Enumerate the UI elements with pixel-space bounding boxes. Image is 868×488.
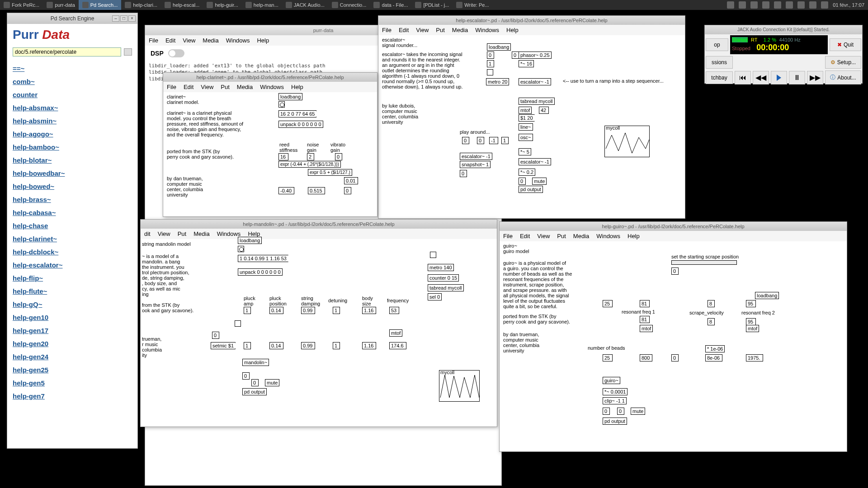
close-button[interactable]: × [128, 15, 136, 22]
pause-button[interactable]: ⏸ [789, 71, 805, 84]
menu-item[interactable]: Windows [475, 27, 499, 33]
menu-item[interactable]: File [382, 27, 392, 33]
mute-obj[interactable]: mute [631, 408, 645, 415]
result-item[interactable]: help-cabasa~ [13, 206, 132, 219]
result-item[interactable]: help-agogo~ [13, 127, 132, 141]
phasor-obj[interactable]: phasor~ 0.25 [519, 52, 552, 59]
menu-item[interactable]: Windows [217, 230, 241, 237]
result-item[interactable]: help-escalator~ [13, 258, 132, 272]
result-item[interactable]: help-gen10 [13, 311, 132, 324]
result-item[interactable]: help-bowedbar~ [13, 167, 132, 180]
menu-item[interactable]: Edit [184, 84, 193, 90]
menu-item[interactable]: Edit [520, 233, 530, 239]
escalator-obj[interactable]: escalator~ -1 [519, 78, 551, 85]
menu-item[interactable]: Put [436, 27, 445, 33]
number-box[interactable]: 174.6 [389, 342, 406, 349]
escalator-obj[interactable]: escalator~ -1 [519, 158, 551, 165]
number-box[interactable]: 0.01 [344, 177, 358, 184]
number-box[interactable]: 0 [251, 379, 259, 386]
toggle-obj[interactable] [430, 252, 436, 258]
number-box[interactable]: 8 [708, 300, 715, 307]
menu-item[interactable]: View [537, 233, 550, 239]
number-box[interactable]: 0 [617, 408, 624, 415]
array-mycoll[interactable]: mycoll [439, 370, 480, 402]
search-input[interactable] [13, 47, 121, 56]
number-box[interactable]: 0 [671, 267, 679, 275]
menu-item[interactable]: Media [193, 230, 209, 237]
number-box[interactable]: 0 [462, 137, 469, 144]
taskbar-tab[interactable]: Connectio... [328, 0, 370, 10]
number-box[interactable]: 0.99 [301, 342, 315, 349]
window-title[interactable]: help-clarinet~.pd - /usr/lib/pd-l2ork/do… [163, 73, 377, 82]
result-item[interactable]: help-chase [13, 219, 132, 232]
taskbar-tab[interactable]: help-clari... [121, 0, 161, 10]
result-item[interactable]: help-gen25 [13, 363, 132, 376]
unpack-obj[interactable]: unpack 0 0 0 0 0 0 [238, 268, 283, 276]
window-title[interactable]: JACK Audio Connection Kit [(default)] St… [705, 25, 862, 34]
hslider[interactable] [671, 260, 737, 265]
line-obj[interactable]: line~ [519, 123, 533, 131]
number-box[interactable]: 0 [335, 153, 342, 160]
bang-obj[interactable] [278, 101, 285, 108]
number-box[interactable]: 1975. [746, 354, 763, 361]
mute-obj[interactable]: mute [265, 379, 279, 386]
escalator-obj[interactable]: escalator~ -1 [460, 153, 492, 160]
taskbar-tab[interactable]: help-guir... [203, 0, 241, 10]
message-box[interactable]: 16 2 0 77 64 65 [278, 110, 316, 117]
number-box[interactable]: 800 [640, 354, 652, 361]
number-box[interactable]: 0 [242, 372, 250, 380]
volume-icon[interactable] [809, 1, 816, 9]
result-item[interactable]: help-dcblock~ [13, 245, 132, 258]
message-box[interactable]: $1 20 [519, 114, 535, 122]
output-subpatch[interactable]: pd output [603, 418, 627, 425]
number-box[interactable]: 1 [333, 307, 340, 314]
message-box[interactable]: 1 0.14 0.99 1 1.16 53 [238, 255, 288, 262]
menu-item[interactable]: View [158, 230, 170, 237]
menu-item[interactable]: Help [506, 27, 519, 33]
menu-item[interactable]: dit [144, 230, 151, 237]
result-item[interactable]: help-gQ~ [13, 298, 132, 311]
window-titlebar[interactable]: Pd Search Engine – □ × [7, 13, 137, 24]
number-box[interactable]: 0.14 [269, 307, 283, 314]
number-box[interactable]: 0 [603, 408, 610, 415]
dsp-toggle[interactable] [168, 49, 184, 57]
menu-item[interactable]: Help [248, 230, 260, 237]
result-item[interactable]: counter [13, 88, 132, 101]
menu-item[interactable]: Windows [260, 84, 284, 90]
sel-obj[interactable]: sel 0 [428, 293, 442, 300]
number-box[interactable]: 2 [307, 153, 314, 160]
number-box[interactable]: 1.16 [362, 307, 376, 314]
number-box[interactable]: 0 [460, 170, 467, 177]
number-box[interactable]: 8 [708, 318, 715, 325]
result-item[interactable]: help-gen7 [13, 389, 132, 403]
tray-icon[interactable] [750, 1, 758, 9]
toggle-obj[interactable] [487, 69, 493, 75]
about-button[interactable]: ⓘAbout... [825, 70, 861, 84]
metro-obj[interactable]: metro 20 [486, 78, 509, 85]
number-box[interactable]: 81 [640, 316, 650, 323]
result-item[interactable]: help-clarinet~ [13, 232, 132, 245]
taskbar-tab[interactable]: purr-data [43, 0, 79, 10]
menu-item[interactable]: Edit [165, 37, 175, 44]
forward-button[interactable]: ▶▶ [807, 71, 823, 84]
number-box[interactable]: 25 [603, 300, 613, 307]
result-item[interactable]: help-blotar~ [13, 154, 132, 167]
tray-icon[interactable] [727, 1, 734, 9]
result-item[interactable]: help-absmax~ [13, 101, 132, 114]
number-box[interactable]: -0.40 [278, 187, 294, 194]
bluetooth-icon[interactable] [786, 1, 793, 9]
loadbang-obj[interactable]: loadbang [278, 93, 302, 100]
menu-item[interactable]: View [416, 27, 429, 33]
expr-obj[interactable]: expr 0.5 + ($i1/127.) [308, 169, 352, 176]
setup-button[interactable]: ⚙Setup... [825, 56, 861, 69]
number-box[interactable]: 0 [512, 52, 519, 59]
snapshot-obj[interactable]: snapshot~ 1 [460, 161, 491, 168]
menu-item[interactable]: Windows [596, 233, 620, 239]
mandolin-obj[interactable]: mandolin~ [242, 359, 269, 366]
number-box[interactable]: 0 [344, 187, 351, 194]
result-item[interactable]: help-gen20 [13, 337, 132, 350]
number-box[interactable]: 1 [244, 307, 251, 314]
result-item[interactable]: help-gen24 [13, 350, 132, 363]
result-item[interactable]: help-absmin~ [13, 114, 132, 127]
mult-obj[interactable]: * 1e-06 [705, 345, 725, 352]
